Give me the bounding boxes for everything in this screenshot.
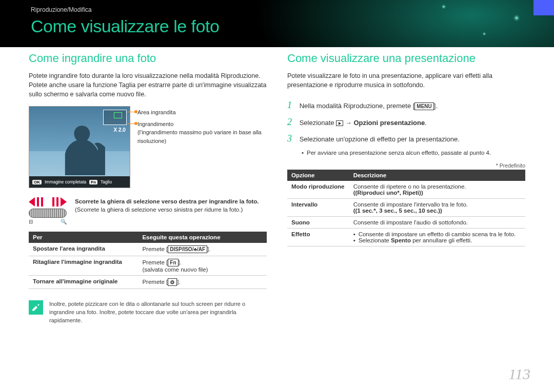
table-header-desc: Descrizione: [349, 170, 525, 181]
steps-list: 1 Nella modalità Riproduzione, premete […: [287, 97, 525, 158]
step-number: 1: [287, 97, 298, 113]
leader-line: [127, 123, 135, 124]
table-row: Intervallo Consente di impostare l'inter…: [287, 199, 525, 217]
zoom-value: X 2.0: [114, 127, 126, 133]
touch-note: Inoltre, potete pizzicare con le dita o …: [29, 300, 267, 325]
corner-ribbon: [533, 0, 554, 15]
step-1: 1 Nella modalità Riproduzione, premete […: [287, 97, 525, 113]
step-2: 2 Selezionate → Opzioni presentazione.: [287, 114, 525, 130]
note-text: Inoltre, potete pizzicare con le dita o …: [49, 300, 267, 325]
wheel-text: Scorrete la ghiera di selezione verso de…: [75, 197, 259, 214]
intro-text: Potete ingrandire foto durante la loro v…: [29, 71, 267, 99]
breadcrumb: Riproduzione/Modifica: [31, 6, 554, 13]
pen-note-icon: [29, 300, 43, 315]
playback-menu-icon: [336, 120, 343, 126]
ok-label: Immagine completata: [45, 179, 86, 184]
fn-label: Taglio: [101, 179, 112, 184]
fn-key-icon: Fn: [89, 180, 97, 184]
table-row: Ritagliare l'immagine ingrandita Premete…: [29, 256, 267, 276]
table-row: Tornare all'immagine originale Premete […: [29, 276, 267, 289]
step-3: 3 Selezionate un'opzione di effetto per …: [287, 130, 525, 158]
content-area: Come ingrandire una foto Potete ingrandi…: [0, 36, 554, 325]
legend-zoom: Ingrandimento(l'ingrandimento massimo pu…: [137, 120, 267, 146]
step-number: 3: [287, 130, 298, 147]
wheel-title: Scorrete la ghiera di selezione verso de…: [75, 198, 259, 204]
wheel-zoom-icons: ⊟🔍: [29, 219, 67, 224]
wheel-graphic: ⊟🔍: [29, 197, 67, 224]
arrow-bar: [52, 197, 54, 207]
wheel-arrows: [29, 197, 67, 207]
silhouette-figure: [55, 119, 111, 175]
arrow-bar: [37, 197, 39, 207]
zoom-in-icon: 🔍: [61, 219, 67, 224]
wheel-subtitle: (Scorrete la ghiera di selezione verso s…: [75, 207, 243, 213]
page-header: Riproduzione/Modifica Come visualizzare …: [0, 0, 554, 36]
table-row: Modo riproduzione Consente di ripetere o…: [287, 181, 525, 199]
table-header-option: Opzione: [287, 170, 349, 181]
step-3-note: Per avviare una presentazione senza alcu…: [302, 148, 525, 158]
arrow-bar: [41, 197, 43, 207]
options-table: Opzione Descrizione Modo riproduzione Co…: [287, 170, 525, 246]
intro-text: Potete visualizzare le foto in una prese…: [287, 71, 525, 90]
zoom-minimap-viewport: [114, 112, 122, 118]
arrow-left-icon: [29, 197, 35, 207]
section-title-slideshow: Come visualizzare una presentazione: [287, 52, 525, 65]
section-title-enlarge: Come ingrandire una foto: [29, 52, 267, 65]
step-number: 2: [287, 114, 298, 130]
wheel-instruction: ⊟🔍 Scorrete la ghiera di selezione verso…: [29, 197, 267, 224]
ok-key-icon: OK: [32, 180, 42, 184]
page-title: Come visualizzare le foto: [31, 16, 554, 36]
actions-table: Per Eseguite questa operazione Spostare …: [29, 232, 267, 289]
page-number: 113: [508, 365, 530, 383]
left-column: Come ingrandire una foto Potete ingrandi…: [29, 52, 267, 325]
table-row: Spostare l'area ingrandita Premete [DISP…: [29, 243, 267, 256]
ok-joystick-icon: ⯐: [168, 278, 177, 286]
disp-iso-af-button-icon: DISP/ISO/♣/AF: [168, 245, 207, 253]
screenshot-with-legend: X 2.0 OK Immagine completata Fn Taglio A…: [29, 106, 267, 188]
selection-wheel-icon: [29, 209, 67, 218]
camera-status-bar: OK Immagine completata Fn Taglio: [29, 176, 130, 188]
table-row: Suono Consente di impostare l'audio di s…: [287, 217, 525, 229]
camera-screenshot: X 2.0 OK Immagine completata Fn Taglio: [29, 106, 130, 188]
predefined-note: * Predefinito: [287, 162, 525, 169]
legend-area: Area ingrandita: [137, 108, 267, 117]
arrow-right-icon: [61, 197, 67, 207]
table-header-do: Eseguite questa operazione: [138, 232, 267, 243]
fn-button-icon: Fn: [168, 259, 178, 266]
table-header-for: Per: [29, 232, 138, 243]
table-row: Effetto •Consente di impostare un effett…: [287, 229, 525, 246]
arrow-bar: [56, 197, 58, 207]
right-column: Come visualizzare una presentazione Pote…: [287, 52, 525, 325]
leader-line: [127, 112, 135, 112]
menu-button-icon: MENU: [414, 102, 433, 110]
zoom-minimap: [103, 110, 127, 125]
zoom-out-icon: ⊟: [29, 219, 33, 224]
screenshot-legend: Area ingrandita Ingrandimento(l'ingrandi…: [137, 106, 267, 188]
